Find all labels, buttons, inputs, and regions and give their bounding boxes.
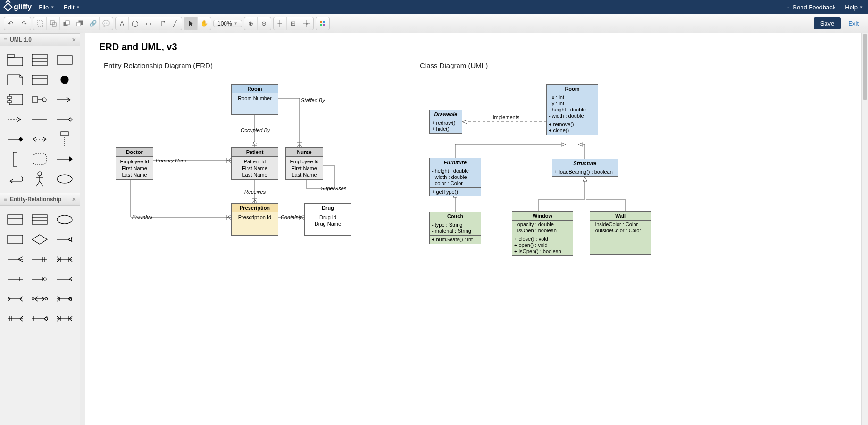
shape-attribute[interactable] — [52, 210, 77, 230]
connector-tool-button[interactable] — [155, 17, 168, 30]
shape-many-many-bar[interactable] — [52, 249, 77, 269]
line-tool-button[interactable]: ╱ — [168, 17, 182, 30]
text-tool-button[interactable]: A — [116, 17, 129, 30]
zoom-in-button[interactable]: ⊕ — [244, 17, 258, 30]
shape-package[interactable] — [3, 50, 27, 70]
zoom-dropdown[interactable]: 100%▼ — [214, 20, 242, 27]
send-back-button[interactable] — [73, 17, 86, 30]
entity-nurse[interactable]: Nurse Employee IdFirst NameLast Name — [285, 147, 323, 180]
shape-bi-zero-many[interactable] — [27, 289, 52, 309]
panel-uml-header[interactable]: ≡UML 1.0 × — [0, 33, 80, 46]
shape-interface[interactable] — [27, 90, 52, 110]
shape-line[interactable] — [27, 110, 52, 129]
shape-dashed-double-arrow[interactable] — [27, 129, 52, 149]
bring-front-button[interactable] — [60, 17, 73, 30]
shape-one-one-bar[interactable] — [27, 249, 52, 269]
redo-button[interactable]: ↷ — [17, 17, 31, 30]
shape-rect[interactable] — [52, 50, 77, 70]
shape-filled-circle[interactable] — [52, 70, 77, 90]
class-furniture-head: Furniture — [430, 158, 481, 167]
shape-open-arrow[interactable] — [52, 90, 77, 110]
snap-button[interactable]: ┼ — [274, 17, 287, 30]
guides-button[interactable] — [300, 17, 313, 30]
shape-entity-simple[interactable] — [3, 230, 27, 249]
shape-bi-crow[interactable] — [3, 289, 27, 309]
svg-rect-25 — [8, 96, 11, 99]
shape-dashed-open-arrow[interactable] — [3, 110, 27, 129]
popup-button[interactable]: 💬 — [100, 17, 113, 30]
shape-activation[interactable] — [3, 149, 27, 169]
grid-button[interactable]: ⊞ — [287, 17, 300, 30]
shape-usecase[interactable] — [52, 169, 77, 189]
class-room-head: Room — [547, 85, 598, 94]
entity-drug[interactable]: Drug Drug IdDrug Name — [304, 203, 351, 236]
scrollbar-thumb[interactable] — [863, 34, 867, 100]
shape-note[interactable] — [3, 70, 27, 90]
pan-tool-button[interactable]: ✋ — [198, 17, 211, 30]
shape-bi-one-many[interactable] — [52, 289, 77, 309]
canvas[interactable]: ERD and UML, v3 Entity Relationship Diag… — [90, 33, 863, 425]
shape-bi-bar-crow[interactable] — [3, 309, 27, 329]
shape-class[interactable] — [27, 50, 52, 70]
menu-edit[interactable]: Edit▼ — [64, 4, 80, 11]
shape-actor[interactable] — [27, 169, 52, 189]
shape-diamond-arrow[interactable] — [52, 110, 77, 129]
shape-one-crow[interactable] — [3, 249, 27, 269]
send-feedback-link[interactable]: → Send Feedback — [784, 4, 835, 11]
theme-button[interactable] — [316, 17, 329, 30]
shape-component[interactable] — [3, 90, 27, 110]
svg-rect-16 — [8, 57, 23, 66]
help-menu[interactable]: Help▼ — [845, 4, 863, 11]
shape-lifeline[interactable] — [52, 129, 77, 149]
rectangle-tool-button[interactable]: ▭ — [142, 17, 155, 30]
entity-prescription[interactable]: Prescription Prescription Id — [231, 203, 278, 236]
er-shapes-grid — [0, 206, 80, 332]
shape-filled-diamond-arrow[interactable] — [3, 129, 27, 149]
link-button[interactable]: 🔗 — [86, 17, 100, 30]
undo-button[interactable]: ↶ — [4, 17, 17, 30]
entity-doctor-head: Doctor — [116, 148, 153, 157]
class-room[interactable]: Room - x : int- y : int- height : double… — [546, 84, 598, 135]
shape-object[interactable] — [27, 70, 52, 90]
svg-point-10 — [306, 23, 308, 25]
class-couch[interactable]: Couch - type : String- material : String… — [429, 212, 481, 244]
shape-bi-bar-zero[interactable] — [27, 309, 52, 329]
panel-er-label: Entity-Relationship — [10, 196, 61, 203]
shape-entity-rows[interactable] — [27, 210, 52, 230]
entity-room[interactable]: Room Room Number — [231, 84, 278, 115]
group-button[interactable] — [33, 17, 47, 30]
entity-prescription-head: Prescription — [232, 204, 278, 212]
class-structure[interactable]: Structure + loadBearing() : boolean — [552, 159, 618, 177]
entity-patient[interactable]: Patient Patient IdFirst NameLast Name — [231, 147, 278, 180]
exit-link[interactable]: Exit — [848, 20, 859, 27]
shape-solid-arrow[interactable] — [52, 149, 77, 169]
zoom-out-button[interactable]: ⊖ — [258, 17, 271, 30]
class-furniture[interactable]: Furniture - height : double- width : dou… — [429, 158, 481, 196]
vertical-scrollbar[interactable] — [861, 33, 868, 425]
class-drawable[interactable]: Drawable + redraw()+ hide() — [429, 110, 462, 134]
pointer-tool-button[interactable] — [184, 17, 198, 30]
shape-relationship[interactable] — [27, 230, 52, 249]
class-window[interactable]: Window - opacity : double- isOpen : bool… — [512, 211, 573, 256]
close-icon[interactable]: × — [72, 196, 76, 203]
shape-many[interactable] — [52, 269, 77, 289]
ellipse-tool-button[interactable]: ◯ — [129, 17, 142, 30]
save-button[interactable]: Save — [814, 17, 841, 29]
menu-file[interactable]: File▼ — [39, 4, 54, 11]
title-divider — [94, 56, 859, 56]
shape-state[interactable] — [27, 149, 52, 169]
shape-return-arrow[interactable] — [3, 169, 27, 189]
shape-bi-crow-bar[interactable] — [52, 309, 77, 329]
panel-er-header[interactable]: ≡Entity-Relationship × — [0, 193, 80, 206]
entity-doctor[interactable]: Doctor Employee IdFirst NameLast Name — [116, 147, 153, 180]
shape-one-line[interactable] — [3, 269, 27, 289]
class-wall-head: Wall — [590, 212, 651, 221]
shape-entity[interactable] — [3, 210, 27, 230]
ungroup-button[interactable] — [47, 17, 60, 30]
canvas-area[interactable]: ERD and UML, v3 Entity Relationship Diag… — [80, 33, 868, 425]
shape-one-many[interactable] — [52, 230, 77, 249]
shape-zero-one[interactable] — [27, 269, 52, 289]
close-icon[interactable]: × — [72, 36, 76, 43]
class-wall[interactable]: Wall - insideColor : Color- outsideColor… — [590, 211, 651, 255]
svg-rect-53 — [8, 235, 23, 244]
